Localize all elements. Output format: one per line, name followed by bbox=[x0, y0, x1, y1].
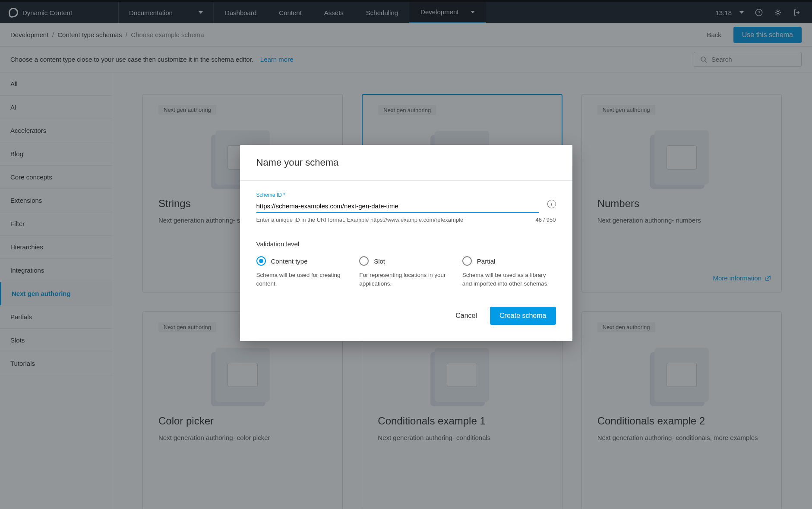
radio-icon bbox=[256, 256, 266, 266]
radio-label: Content type bbox=[271, 258, 308, 265]
radio-partial[interactable]: Partial Schema will be used as a library… bbox=[462, 256, 556, 289]
schema-id-counter: 46 / 950 bbox=[536, 217, 556, 223]
radio-content-type[interactable]: Content type Schema will be used for cre… bbox=[256, 256, 350, 289]
radio-description: For representing locations in your appli… bbox=[359, 271, 453, 289]
radio-slot[interactable]: Slot For representing locations in your … bbox=[359, 256, 453, 289]
schema-id-input[interactable] bbox=[256, 199, 539, 213]
create-schema-button[interactable]: Create schema bbox=[490, 307, 556, 325]
validation-level-label: Validation level bbox=[256, 240, 556, 248]
modal-title: Name your schema bbox=[240, 145, 572, 181]
radio-label: Slot bbox=[374, 258, 385, 265]
radio-description: Schema will be used for creating content… bbox=[256, 271, 350, 289]
schema-id-field: Schema ID * i bbox=[256, 192, 556, 213]
name-schema-modal: Name your schema Schema ID * i Enter a u… bbox=[240, 145, 572, 341]
schema-id-helper: Enter a unique ID in the URI format. Exa… bbox=[256, 217, 464, 223]
radio-description: Schema will be used as a library and imp… bbox=[462, 271, 556, 289]
radio-label: Partial bbox=[477, 258, 496, 265]
cancel-button[interactable]: Cancel bbox=[446, 307, 487, 325]
radio-icon bbox=[462, 256, 472, 266]
info-icon[interactable]: i bbox=[547, 200, 556, 208]
radio-icon bbox=[359, 256, 369, 266]
validation-radios: Content type Schema will be used for cre… bbox=[256, 256, 556, 289]
schema-id-label: Schema ID * bbox=[256, 192, 556, 198]
